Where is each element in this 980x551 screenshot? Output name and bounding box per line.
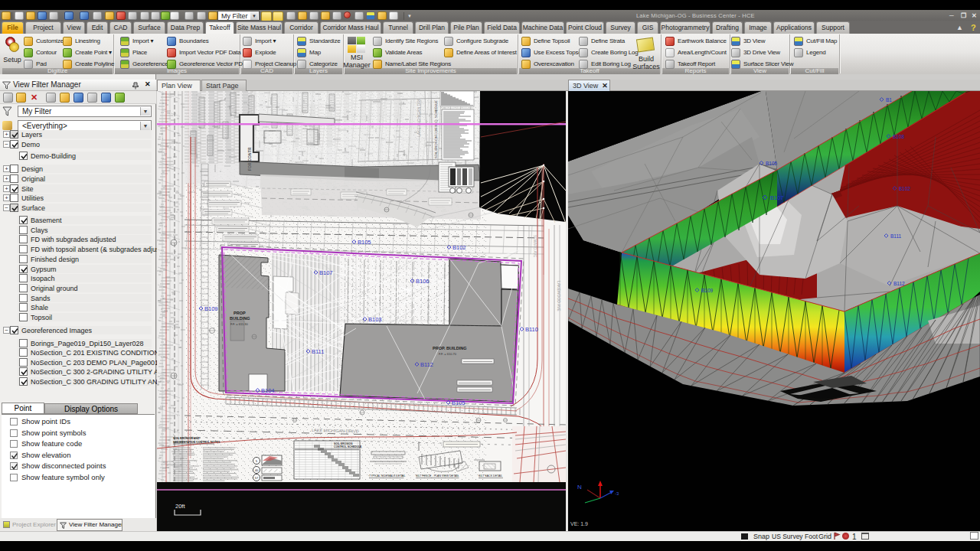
svg-text:TYPICAL SIDEWALK DETAIL: TYPICAL SIDEWALK DETAIL [369, 474, 406, 478]
svg-text:B106: B106 [416, 278, 430, 285]
svg-text:B105: B105 [452, 399, 466, 406]
svg-text:SEWARD AVE: SEWARD AVE [533, 235, 537, 257]
svg-text:SILT SACK DETAIL: SILT SACK DETAIL [479, 474, 502, 478]
svg-text:B108: B108 [893, 134, 905, 139]
svg-text:40: 40 [255, 468, 259, 472]
svg-text:B102: B102 [452, 244, 466, 251]
svg-text:B110: B110 [525, 326, 538, 333]
svg-text:B107: B107 [770, 194, 784, 201]
svg-text:-3: -3 [615, 491, 619, 496]
svg-text:SOIL EROSION AND: SOIL EROSION AND [173, 437, 200, 440]
svg-text:SOIL EROSION CON REQ. SCHEDULE: SOIL EROSION CON REQ. SCHEDULE [434, 100, 438, 158]
svg-text:FOR CONTR: FOR CONTR [248, 147, 252, 171]
svg-text:B111: B111 [312, 348, 324, 355]
svg-text:B112: B112 [420, 361, 433, 368]
svg-text:PROP: PROP [234, 311, 246, 315]
svg-text:B112: B112 [893, 281, 905, 286]
svg-text:57: 57 [255, 476, 259, 480]
svg-text:F.F. = 610.70: F.F. = 610.70 [439, 352, 457, 356]
svg-text:LAKE MICHIGAN DRI: LAKE MICHIGAN DRI [416, 99, 421, 137]
svg-text:B111: B111 [890, 233, 902, 239]
svg-text:BUILDING: BUILDING [230, 316, 250, 321]
svg-text:B105: B105 [358, 239, 371, 246]
svg-text:PROP. BUILDING: PROP. BUILDING [433, 346, 467, 350]
svg-text:B1: B1 [886, 97, 892, 103]
svg-text:N: N [577, 484, 582, 491]
svg-text:B102: B102 [899, 186, 911, 191]
svg-text:SILT FENCE - PLAN VIEW DETAIL: SILT FENCE - PLAN VIEW DETAIL [416, 474, 459, 478]
svg-text:LAKEWOOD AVE: LAKEWOOD AVE [557, 281, 561, 311]
svg-text:F.F. = 611.30: F.F. = 611.30 [230, 322, 248, 326]
svg-text:B105: B105 [766, 161, 778, 166]
svg-text:B104: B104 [261, 387, 275, 394]
svg-text:B109: B109 [204, 305, 218, 312]
svg-text:B103: B103 [368, 316, 382, 323]
svg-text:B107: B107 [319, 269, 333, 276]
svg-text:20ft: 20ft [175, 503, 185, 510]
svg-text:SEDIMENTATION CONTROL NOTES: SEDIMENTATION CONTROL NOTES [173, 441, 220, 444]
svg-text:VE: 1.9: VE: 1.9 [570, 521, 588, 527]
svg-text:B109: B109 [701, 288, 714, 293]
